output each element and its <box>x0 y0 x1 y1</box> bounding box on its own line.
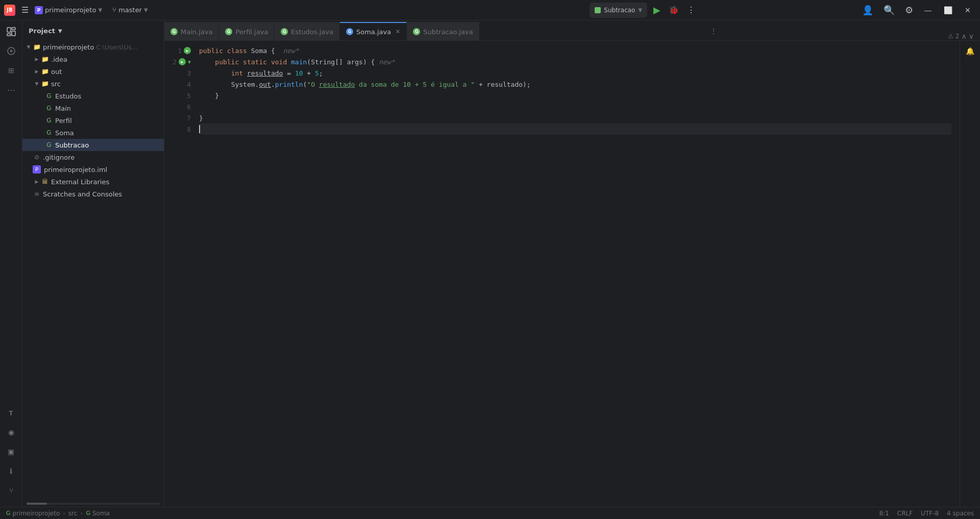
project-dropdown-arrow: ▼ <box>98 7 102 13</box>
search-everywhere-button[interactable]: 🔍 <box>879 3 899 18</box>
main-java-tab-icon: G <box>170 28 178 35</box>
branch-indicator[interactable]: ⑂ master ▼ <box>112 6 148 14</box>
tab-bar: G Main.java G Perfil.java G Estudos.java… <box>164 20 980 41</box>
sidebar-content: ▼ 📁 primeiroprojeto C:\Users\Us... ▶ 📁 .… <box>22 41 164 501</box>
tab-soma-close-button[interactable]: ✕ <box>395 28 400 35</box>
sidebar-scrollbar[interactable] <box>27 503 160 505</box>
line-num-5: 5 <box>164 90 195 101</box>
tab-subtracao-java[interactable]: G Subtracao.java <box>407 22 479 40</box>
right-sidebar-panel: 🔔 <box>960 41 980 507</box>
tree-item-src[interactable]: ▼ 📁 src <box>22 78 164 90</box>
estudos-java-tab-icon: G <box>281 28 288 35</box>
tab-soma-java[interactable]: G Soma.java ✕ <box>340 22 407 40</box>
activity-todo-button[interactable]: T <box>2 404 20 422</box>
svg-rect-3 <box>7 34 11 36</box>
breadcrumb-class[interactable]: G Soma <box>86 510 110 517</box>
main-file-icon: G <box>45 104 53 112</box>
code-line-2: public static void main(String[] args) {… <box>199 56 951 67</box>
activity-bookmarks-button[interactable] <box>2 42 20 60</box>
debug-button[interactable]: 🐞 <box>665 3 683 18</box>
tree-item-perfil[interactable]: G Perfil <box>22 114 164 127</box>
activity-structure-button[interactable]: ⊞ <box>2 61 20 80</box>
idea-folder-icon: 📁 <box>41 55 49 63</box>
titlebar-actions: 👤 🔍 ⚙ — ⬜ ✕ <box>858 3 976 18</box>
minimize-button[interactable]: — <box>919 4 937 16</box>
collab-button[interactable]: 👤 <box>858 3 877 18</box>
activity-info-button[interactable]: ℹ <box>2 462 20 480</box>
more-run-options[interactable]: ⋮ <box>683 3 699 18</box>
line-num-3: 3 <box>164 67 195 79</box>
tree-item-scratches[interactable]: ≡ Scratches and Consoles <box>22 188 164 200</box>
activity-ui-button[interactable]: ▣ <box>2 442 20 461</box>
tree-item-idea[interactable]: ▶ 📁 .idea <box>22 53 164 65</box>
soma-file-icon: G <box>45 129 53 137</box>
line-num-7: 7 <box>164 112 195 123</box>
code-area[interactable]: public class Soma { new* public static v… <box>195 41 951 507</box>
activity-project-button[interactable] <box>2 22 20 41</box>
breadcrumb-sep-1: › <box>63 510 65 517</box>
sidebar: Project ▼ ▼ 📁 primeiroprojeto C:\Users\U… <box>22 20 164 507</box>
encoding[interactable]: UTF-8 <box>921 510 939 517</box>
tab-more-button[interactable]: ⋮ <box>710 27 717 35</box>
src-expand-arrow: ▼ <box>33 80 41 88</box>
tree-item-iml[interactable]: P primeiroprojeto.iml <box>22 163 164 176</box>
src-folder-icon: 📁 <box>41 80 49 88</box>
warnings-area: ⚠ 2 ∧ ∨ <box>948 32 980 40</box>
gitignore-file-icon: ⊘ <box>33 153 41 161</box>
tab-estudos-java[interactable]: G Estudos.java <box>275 22 340 40</box>
close-window-button[interactable]: ✕ <box>960 4 976 16</box>
run-config-icon <box>595 7 601 13</box>
breadcrumb-project[interactable]: G primeiroprojeto <box>6 510 60 517</box>
project-name-display[interactable]: P primeiroprojeto ▼ <box>35 6 102 14</box>
indent-indicator[interactable]: 4 spaces <box>947 510 974 517</box>
notifications-button[interactable]: 🔔 <box>964 45 976 57</box>
tree-item-out[interactable]: ▶ 📁 out <box>22 65 164 78</box>
collapse-warnings[interactable]: ∨ <box>969 32 974 40</box>
line-num-8: 8 <box>164 123 195 135</box>
tree-item-estudos[interactable]: G Estudos <box>22 90 164 102</box>
activity-bar: ⊞ ⋯ T ◉ ▣ ℹ ⑂ <box>0 20 22 507</box>
tab-perfil-java[interactable]: G Perfil.java <box>219 22 275 40</box>
cursor-position: 8:1 <box>879 510 889 517</box>
sidebar-scrollbar-thumb <box>27 503 47 505</box>
activity-more-button[interactable]: ⋯ <box>2 81 20 99</box>
code-line-1: public class Soma { new* <box>199 45 951 56</box>
titlebar-left: JB ☰ P primeiroprojeto ▼ ⑂ master ▼ <box>4 3 431 17</box>
activity-git-button[interactable]: ⑂ <box>2 481 20 500</box>
estudos-file-icon: G <box>45 92 53 100</box>
subtracao-java-tab-icon: G <box>413 28 420 35</box>
tree-item-gitignore[interactable]: ⊘ .gitignore <box>22 151 164 163</box>
tree-item-soma[interactable]: G Soma <box>22 127 164 139</box>
expand-gutter-2[interactable]: ▼ <box>188 59 191 65</box>
run-configuration[interactable]: Subtracao ▼ <box>590 3 647 18</box>
editor-area: G Main.java G Perfil.java G Estudos.java… <box>164 20 980 507</box>
root-expand-arrow: ▼ <box>24 43 33 51</box>
breadcrumb-src[interactable]: src <box>68 510 78 517</box>
expand-warnings[interactable]: ∧ <box>962 32 967 40</box>
svg-rect-1 <box>12 28 15 30</box>
line-ending[interactable]: CRLF <box>897 510 913 517</box>
run-button[interactable]: ▶ <box>649 3 665 18</box>
breadcrumb-project-icon: G <box>6 510 11 516</box>
settings-button[interactable]: ⚙ <box>901 3 917 18</box>
tree-item-main[interactable]: G Main <box>22 102 164 114</box>
run-gutter-2[interactable]: ▶ <box>179 58 186 65</box>
tree-item-external-libs[interactable]: ▶ 🏛 External Libraries <box>22 176 164 188</box>
run-config-arrow: ▼ <box>638 7 642 13</box>
hamburger-button[interactable]: ☰ <box>19 3 31 17</box>
tree-item-subtracao[interactable]: G Subtracao <box>22 139 164 151</box>
perfil-java-tab-icon: G <box>225 28 232 35</box>
status-bar: G primeiroprojeto › src › G Soma 8:1 CRL… <box>0 507 980 519</box>
iml-file-icon: P <box>33 165 41 174</box>
activity-run-button[interactable]: ◉ <box>2 423 20 441</box>
tree-root-project[interactable]: ▼ 📁 primeiroprojeto C:\Users\Us... <box>22 41 164 53</box>
titlebar-center: Subtracao ▼ ▶ 🐞 ⋮ <box>431 3 859 18</box>
soma-java-tab-icon: G <box>346 28 353 35</box>
maximize-button[interactable]: ⬜ <box>939 4 958 16</box>
line-numbers: 1 ▶ 2 ▶ ▼ 3 4 5 6 7 8 <box>164 41 195 507</box>
out-folder-icon: 📁 <box>41 67 49 76</box>
idea-expand-arrow: ▶ <box>33 55 41 63</box>
run-gutter-1[interactable]: ▶ <box>184 47 191 54</box>
tab-main-java[interactable]: G Main.java <box>164 22 219 40</box>
breadcrumb-class-icon: G <box>86 510 90 516</box>
